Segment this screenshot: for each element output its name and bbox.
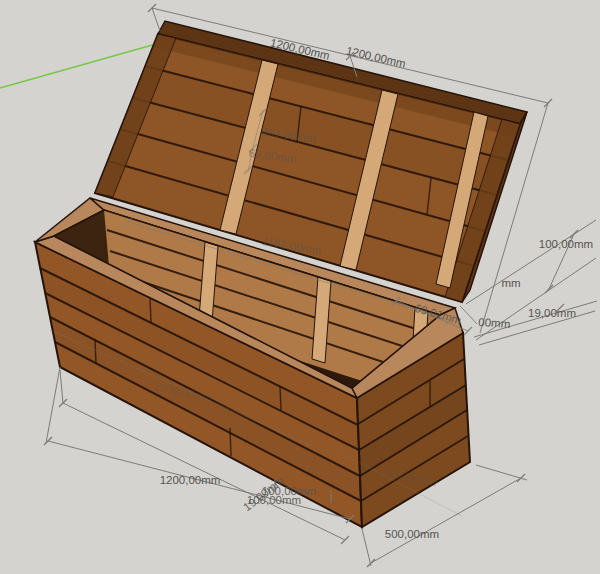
dimension-label: 500,00mm (385, 528, 439, 540)
dimension-label: 00mm (478, 316, 511, 330)
sketchup-viewport[interactable]: 1200,00mm1200,00mm461,00mm69,00mm1162,00… (0, 0, 600, 574)
dimension-label: 19,00mm (528, 307, 576, 319)
dimension-label: 100,00mm (247, 494, 301, 506)
dimension-label: mm (501, 277, 520, 289)
dimension-label: 1200,00mm (160, 474, 221, 486)
dimension-label: 100,00mm (539, 238, 593, 250)
model-view: 1200,00mm1200,00mm461,00mm69,00mm1162,00… (0, 0, 600, 574)
